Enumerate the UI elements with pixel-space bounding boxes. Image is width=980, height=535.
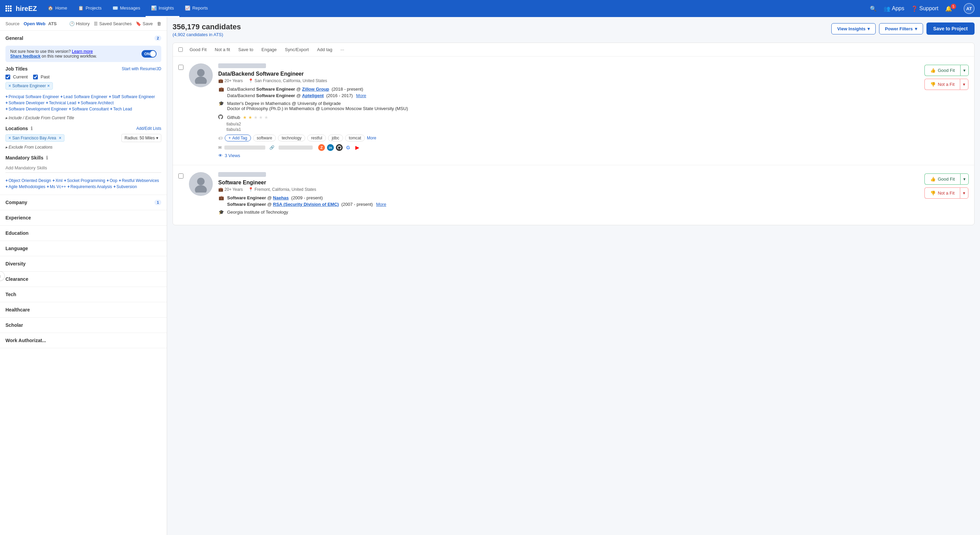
not-fit-arrow-2[interactable]: ▾ (960, 187, 969, 198)
company-section-header[interactable]: Company 1 (0, 195, 167, 210)
share-feedback-link[interactable]: Share feedback (10, 54, 41, 59)
radius-dropdown[interactable]: Radius: 50 Miles ▾ (121, 134, 161, 142)
google-icon[interactable]: G (345, 144, 352, 151)
education-section-header[interactable]: Education (0, 225, 167, 241)
skill-xml[interactable]: Xml (52, 178, 63, 183)
suggestion-tech-lead2[interactable]: Tech Lead (110, 107, 132, 111)
save-to-toolbar-button[interactable]: Save to (237, 46, 255, 53)
notifications-button[interactable]: 🔔 5 (943, 3, 961, 14)
mandatory-skills-input[interactable] (5, 163, 161, 173)
not-fit-arrow-1[interactable]: ▾ (960, 79, 969, 90)
skill-restful[interactable]: Restful Webservices (119, 178, 159, 183)
skill-req-analysis[interactable]: Requirements Analysis (67, 184, 112, 189)
not-fit-button-1[interactable]: 👎 Not a Fit (924, 79, 960, 90)
add-edit-lists-link[interactable]: Add/Edit Lists (137, 126, 161, 131)
rsa-link[interactable]: RSA (Security Division of EMC) (273, 202, 339, 207)
toggle-switch[interactable]: ON (142, 50, 156, 57)
work-auth-section-header[interactable]: Work Authorizat... (0, 333, 167, 348)
engage-toolbar-button[interactable]: Engage (260, 46, 278, 53)
source-ats-button[interactable]: ATS (48, 21, 57, 26)
history-button[interactable]: 🕐 History (69, 21, 90, 26)
general-section-header[interactable]: General 2 (0, 31, 167, 46)
apps-button[interactable]: 👥 Apps (881, 3, 906, 14)
sync-export-toolbar-button[interactable]: Sync/Export (284, 46, 310, 53)
exclude-locations-link[interactable]: Exclude From Locations (5, 145, 161, 149)
skill-msvc[interactable]: Ms Vc++ (47, 184, 66, 189)
learn-more-link[interactable]: Learn more (72, 49, 93, 54)
suggestion-lead[interactable]: Lead Software Engineer (60, 94, 107, 99)
zealous-icon[interactable]: Z (318, 144, 325, 151)
source-open-web-button[interactable]: Open Web (24, 21, 45, 26)
view-insights-button[interactable]: View Insights ▾ (831, 23, 876, 35)
suggestion-tech-lead[interactable]: Technical Lead (46, 100, 76, 105)
skill-socket[interactable]: Socket Programming (64, 178, 105, 183)
good-fit-arrow-2[interactable]: ▾ (960, 173, 969, 185)
more-toolbar-button[interactable]: ··· (339, 46, 346, 53)
current-checkbox[interactable] (5, 75, 10, 79)
naehas-link[interactable]: Naehas (273, 195, 289, 200)
skill-agile[interactable]: Agile Methodologies (5, 184, 45, 189)
start-resume-jd-link[interactable]: Start with Resume/JD (122, 67, 161, 71)
apteligent-link[interactable]: Apteligent (302, 93, 324, 98)
experience-section-header[interactable]: Experience (0, 210, 167, 225)
healthcare-section: Healthcare (0, 302, 167, 318)
tech-section-header[interactable]: Tech (0, 287, 167, 302)
good-fit-toolbar-button[interactable]: Good Fit (188, 46, 208, 53)
past-checkbox[interactable] (33, 75, 38, 79)
nav-projects[interactable]: 📋 Projects (73, 0, 107, 17)
nav-messages[interactable]: ✉️ Messages (107, 0, 146, 17)
suggestion-architect[interactable]: Software Architect (77, 100, 113, 105)
location-chip-remove[interactable]: × (8, 136, 11, 140)
suggestion-dev-engineer[interactable]: Software Development Engineer (5, 107, 67, 111)
not-fit-button-2[interactable]: 👎 Not a Fit (924, 187, 960, 198)
delete-button[interactable]: 🗑 (157, 21, 161, 26)
suggestion-consultant[interactable]: Software Consultant (69, 107, 109, 111)
include-exclude-link[interactable]: Include / Exclude From Current Title (5, 116, 161, 120)
company-badge: 1 (154, 200, 161, 205)
skill-oop[interactable]: Oop (107, 178, 118, 183)
add-tag-button-1[interactable]: + Add Tag (225, 135, 251, 141)
save-to-project-button[interactable]: Save to Project (926, 22, 975, 35)
suggestion-staff[interactable]: Staff Software Engineer (109, 94, 155, 99)
nav-insights[interactable]: 📊 Insights (146, 0, 179, 17)
more-exp-link-2[interactable]: More (376, 202, 387, 207)
candidates-ats-count[interactable]: (4,902 candidates in ATS) (173, 32, 241, 37)
clearance-section-header[interactable]: Clearance (0, 271, 167, 287)
user-avatar[interactable]: AT (964, 3, 975, 14)
suggestion-developer[interactable]: Software Developer (5, 100, 45, 105)
candidate-1-views[interactable]: 👁 3 Views (218, 153, 919, 158)
not-a-fit-toolbar-button[interactable]: Not a fit (213, 46, 232, 53)
more-tags-link-1[interactable]: More (367, 136, 376, 140)
linkedin-icon[interactable]: in (327, 144, 334, 151)
power-filters-button[interactable]: Power Filters ▾ (879, 23, 923, 35)
healthcare-section-header[interactable]: Healthcare (0, 302, 167, 317)
select-all-checkbox[interactable] (178, 48, 183, 52)
diversity-section-header[interactable]: Diversity (0, 256, 167, 271)
suggestion-principal[interactable]: Principal Software Engineer (5, 94, 59, 99)
language-section-header[interactable]: Language (0, 241, 167, 256)
nav-home[interactable]: 🏠 Home (42, 0, 73, 17)
good-fit-arrow-1[interactable]: ▾ (960, 65, 969, 76)
nav-reports[interactable]: 📈 Reports (179, 0, 213, 17)
good-fit-button-2[interactable]: 👍 Good Fit (924, 173, 960, 185)
location-chip-x[interactable]: × (59, 136, 61, 140)
saved-searches-button[interactable]: ☰ Saved Searches (94, 21, 132, 26)
candidate-list: Good Fit Not a fit Save to Engage Sync/E… (173, 43, 975, 225)
good-fit-button-1[interactable]: 👍 Good Fit (924, 65, 960, 76)
scholar-section-header[interactable]: Scholar (0, 318, 167, 333)
save-button[interactable]: 🔖 Save (136, 21, 153, 26)
tag-close-icon[interactable]: × (48, 84, 50, 88)
zillow-link[interactable]: Zillow Group (302, 87, 329, 92)
tag-remove-button[interactable]: × (8, 84, 11, 88)
skill-ood[interactable]: Object Oriented Design (5, 178, 51, 183)
add-tag-toolbar-button[interactable]: Add tag (316, 46, 334, 53)
skills-suggestions: Object Oriented Design Xml Socket Progra… (5, 178, 161, 189)
more-exp-link-1[interactable]: More (356, 93, 366, 98)
skill-subversion[interactable]: Subversion (113, 184, 137, 189)
github-social-icon[interactable] (336, 144, 343, 151)
youtube-icon[interactable]: ▶ (353, 144, 360, 151)
support-button[interactable]: ❓ Support (909, 3, 940, 14)
candidate-1-checkbox[interactable] (178, 65, 183, 70)
candidate-2-checkbox[interactable] (178, 173, 183, 179)
search-button[interactable]: 🔍 (868, 3, 879, 14)
